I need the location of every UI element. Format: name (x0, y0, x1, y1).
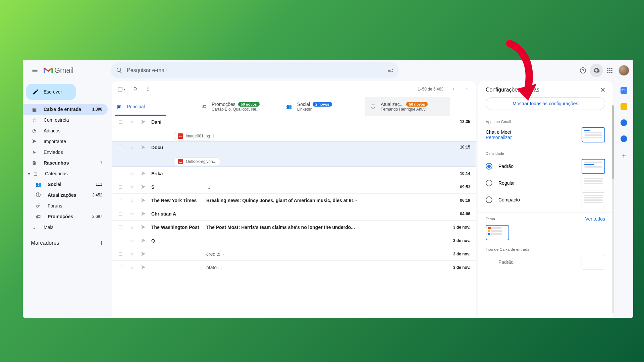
sidebar-item-sent[interactable]: ➤ Enviados (23, 147, 108, 158)
main-menu-button[interactable] (27, 62, 43, 78)
more-button[interactable] (145, 86, 151, 93)
calendar-addon[interactable] (621, 87, 627, 94)
timestamp: 3 de nov. (443, 238, 470, 243)
list-toolbar: ▾ 1–50 de 5.463 ‹ › (112, 81, 476, 97)
email-row[interactable]: ☐ ☆ ⮞ The Washington Post The Post Most:… (112, 221, 476, 234)
star-icon[interactable]: ☆ (128, 198, 135, 203)
star-icon[interactable]: ☆ (128, 184, 135, 190)
inbox-type-default[interactable]: Padrão (486, 259, 514, 265)
star-icon[interactable]: ☆ (128, 211, 135, 217)
density-compact[interactable]: Compacto (486, 196, 520, 203)
apps-grid-icon (607, 67, 613, 73)
important-marker[interactable]: ⮞ (140, 251, 147, 257)
attachment-chip[interactable]: image001.jpg (174, 132, 214, 140)
show-all-settings-button[interactable]: Mostrar todas as configurações (486, 97, 605, 110)
get-addons-button[interactable]: + (622, 152, 626, 160)
star-icon[interactable]: ☆ (128, 225, 135, 230)
account-avatar[interactable] (619, 65, 629, 76)
sidebar-item-promotions[interactable]: 🏷 Promoções 2.687 (23, 211, 108, 222)
customize-link[interactable]: Personalizar (486, 135, 512, 140)
support-button[interactable]: ? (576, 64, 590, 77)
svg-point-9 (609, 72, 610, 73)
row-checkbox[interactable]: ☐ (117, 211, 124, 217)
sidebar-item-drafts[interactable]: 🗎 Rascunhos 1 (23, 158, 108, 168)
refresh-button[interactable] (132, 86, 138, 93)
svg-rect-11 (118, 87, 122, 91)
gmail-logo[interactable]: Gmail (44, 66, 111, 75)
density-default[interactable]: Padrão (486, 163, 514, 170)
important-marker[interactable]: ⮞ (140, 198, 147, 203)
row-checkbox[interactable]: ☐ (117, 119, 124, 125)
svg-point-4 (611, 68, 612, 69)
sidebar-item-categories[interactable]: ▾ ◻ Categorias (23, 168, 108, 179)
compose-button[interactable]: Escrever (26, 84, 76, 100)
email-row[interactable]: ☐ ☆ ⮞ S ... 09:53 (112, 180, 476, 194)
tab-promotions[interactable]: 🏷 Promoções50 novos Cartão Elo, Qualidoc… (196, 97, 281, 116)
email-row[interactable]: ☐ ☆ ⮞ ntato ... 3 de nov. (112, 261, 476, 274)
next-page-button[interactable]: › (464, 87, 470, 92)
settings-button[interactable] (590, 64, 603, 77)
search-bar[interactable]: Pesquisar e-mail (111, 62, 399, 78)
select-all-checkbox[interactable]: ▾ (117, 86, 125, 92)
important-marker[interactable]: ⮞ (140, 171, 147, 176)
star-icon[interactable]: ☆ (128, 145, 135, 150)
row-checkbox[interactable]: ☐ (117, 145, 124, 150)
row-checkbox[interactable]: ☐ (117, 184, 124, 190)
chat-meet-label: Chat e Meet (486, 129, 512, 135)
sidebar-item-updates[interactable]: ⓘ Atualizações 2.452 (23, 190, 108, 200)
email-row[interactable]: ☐ ☆ ⮞ The New York Times Breaking news: … (112, 194, 476, 207)
tab-updates[interactable]: ⓘ Atualizaç...50 novos Fernando Henrique… (365, 97, 450, 116)
settings-scrollbar[interactable] (612, 105, 614, 313)
sidebar-item-starred[interactable]: ☆ Com estrela (23, 115, 108, 125)
important-marker[interactable]: ⮞ (140, 119, 147, 125)
sidebar-item-social[interactable]: 👥 Social 111 (23, 179, 108, 190)
row-checkbox[interactable]: ☐ (117, 171, 124, 176)
star-icon[interactable]: ☆ (128, 171, 135, 176)
sidebar-item-more[interactable]: ⌄ Mais (23, 222, 108, 233)
prev-page-button[interactable]: ‹ (450, 87, 457, 92)
density-comfortable[interactable]: Regular (486, 180, 515, 186)
row-checkbox[interactable]: ☐ (117, 265, 124, 270)
tasks-addon[interactable] (621, 119, 627, 126)
contacts-addon[interactable] (621, 135, 627, 142)
star-icon[interactable]: ☆ (128, 265, 135, 270)
email-row[interactable]: ☐ ☆ ⮞ Q ... 3 de nov. (112, 234, 476, 247)
important-marker[interactable]: ⮞ (140, 265, 147, 270)
inbox-type-thumb (582, 255, 605, 269)
apps-thumb[interactable] (582, 127, 605, 142)
tab-primary[interactable]: ▣ Principal (112, 97, 196, 116)
sidebar-item-forums[interactable]: 🗪 Fóruns (23, 200, 108, 211)
close-settings-button[interactable]: ✕ (600, 86, 606, 94)
important-marker[interactable]: ⮞ (140, 145, 147, 150)
search-options-icon[interactable] (387, 67, 394, 74)
email-row[interactable]: ☐ ☆ ⮞ Christian A 04:06 (112, 207, 476, 221)
email-row[interactable]: ☐ ☆ ⮞ Docu 10:15 Outlook-egjynn... (112, 141, 476, 167)
clock-icon: ◔ (31, 128, 38, 133)
sender: The Washington Post (151, 225, 202, 230)
sidebar-item-important[interactable]: ⮞ Importante (23, 136, 108, 147)
important-marker[interactable]: ⮞ (140, 184, 147, 190)
sidebar-item-snoozed[interactable]: ◔ Adiados (23, 125, 108, 136)
important-marker[interactable]: ⮞ (140, 211, 147, 217)
see-all-themes-link[interactable]: Ver todos (585, 216, 605, 222)
current-theme-chip[interactable] (486, 225, 509, 240)
important-marker[interactable]: ⮞ (140, 225, 147, 230)
row-checkbox[interactable]: ☐ (117, 251, 124, 257)
tab-social[interactable]: 👥 Social2 novos LinkedIn (281, 97, 365, 116)
email-row[interactable]: ☐ ☆ ⮞ credito. - 3 de nov. (112, 247, 476, 261)
email-row[interactable]: ☐ ☆ ⮞ Erika 10:14 (112, 167, 476, 180)
star-icon[interactable]: ☆ (128, 119, 135, 125)
sidebar-item-inbox[interactable]: ▣ Caixa de entrada 1.396 (23, 104, 108, 115)
attachment-chip[interactable]: Outlook-egjynn... (174, 157, 220, 166)
row-checkbox[interactable]: ☐ (117, 238, 124, 243)
add-label-button[interactable]: + (99, 239, 104, 247)
important-marker[interactable]: ⮞ (140, 238, 147, 243)
email-row[interactable]: ☐ ☆ ⮞ Dani 12:35 image001.jpg (112, 116, 476, 141)
apps-button[interactable] (603, 64, 616, 77)
star-icon[interactable]: ☆ (128, 251, 135, 257)
keep-addon[interactable] (621, 103, 627, 110)
row-checkbox[interactable]: ☐ (117, 225, 124, 230)
sender: Christian A (151, 211, 202, 217)
row-checkbox[interactable]: ☐ (117, 198, 124, 203)
star-icon[interactable]: ☆ (128, 238, 135, 243)
